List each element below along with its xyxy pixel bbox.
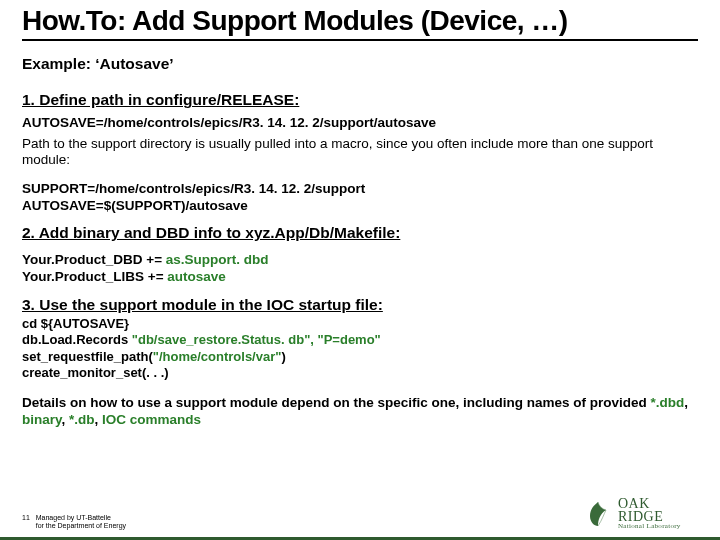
slide: How.To: Add Support Modules (Device, …) … — [0, 0, 720, 540]
step3-l1: cd ${AUTOSAVE} — [22, 316, 129, 331]
step3-l4c: ) — [164, 365, 168, 380]
details-s3: , — [95, 412, 103, 427]
logo-text: OAK RIDGE National Laboratory — [618, 498, 681, 529]
step2-l2a: Your.Product_LIBS += — [22, 269, 167, 284]
step1-note: Path to the support directory is usually… — [22, 136, 698, 168]
details-g4: IOC commands — [102, 412, 201, 427]
step3-l3b: "/home/controls/var" — [153, 349, 282, 364]
step1-code1: AUTOSAVE=/home/controls/epics/R3. 14. 12… — [22, 115, 698, 132]
footer-text: Managed by UT-Battelle for the Departmen… — [36, 514, 126, 530]
step2-l2b: autosave — [167, 269, 226, 284]
details-g1: *.dbd — [651, 395, 685, 410]
footer-line2: for the Department of Energy — [36, 522, 126, 529]
step1-code2a: SUPPORT=/home/controls/epics/R3. 14. 12.… — [22, 181, 698, 198]
details-s1: , — [684, 395, 688, 410]
step3-l2b: "db/save_restore.Status. db", "P=demo" — [132, 332, 381, 347]
slide-title: How.To: Add Support Modules (Device, …) — [22, 6, 698, 35]
details-paragraph: Details on how to use a support module d… — [22, 395, 698, 429]
ornl-logo: OAK RIDGE National Laboratory — [584, 496, 704, 532]
step3-lines: cd ${AUTOSAVE} db.Load.Records "db/save_… — [22, 316, 698, 381]
step3-l4a: create_monitor_set( — [22, 365, 146, 380]
step3-l2a: db.Load.Records — [22, 332, 132, 347]
details-s2: , — [62, 412, 70, 427]
step1-code2b: AUTOSAVE=$(SUPPORT)/autosave — [22, 198, 698, 215]
step2-heading: 2. Add binary and DBD info to xyz.App/Db… — [22, 224, 698, 242]
details-g2: binary — [22, 412, 62, 427]
details-g3: *.db — [69, 412, 95, 427]
step3-l4b: . . . — [146, 365, 164, 380]
details-pre: Details on how to use a support module d… — [22, 395, 651, 410]
page-number: 11 — [22, 514, 30, 522]
example-label: Example: ‘Autosave’ — [22, 55, 698, 73]
step2-lines: Your.Product_DBD += as.Support. dbd Your… — [22, 252, 698, 286]
step2-l1b: as.Support. dbd — [166, 252, 269, 267]
footer: 11 Managed by UT-Battelle for the Depart… — [22, 514, 126, 530]
step3-l3c: ) — [281, 349, 285, 364]
step1-heading: 1. Define path in configure/RELEASE: — [22, 91, 698, 109]
step3-l3a: set_requestfile_path( — [22, 349, 153, 364]
oak-leaf-icon — [584, 500, 612, 528]
step2-l1a: Your.Product_DBD += — [22, 252, 166, 267]
footer-line1: Managed by UT-Battelle — [36, 514, 111, 521]
logo-nl: National Laboratory — [618, 523, 681, 529]
step3-heading: 3. Use the support module in the IOC sta… — [22, 296, 698, 314]
title-rule — [22, 39, 698, 41]
